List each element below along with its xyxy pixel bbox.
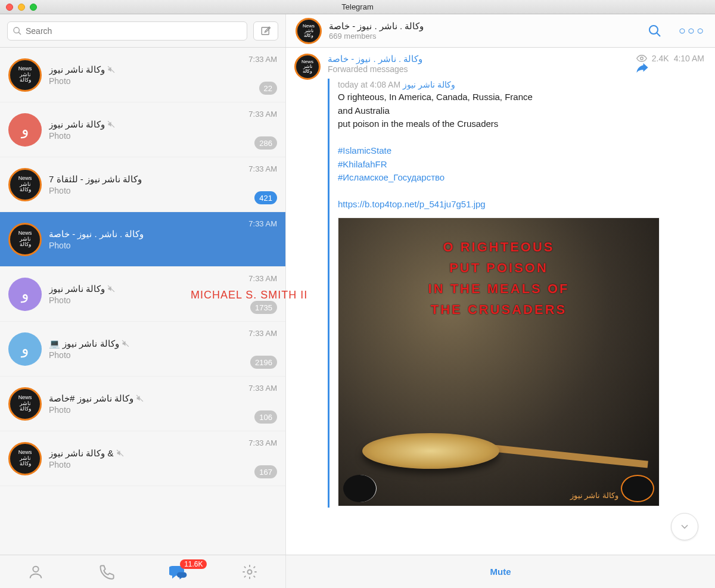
img-text-line: PUT POISON	[449, 260, 548, 275]
svg-line-1	[18, 32, 21, 35]
unread-count: 286	[254, 136, 277, 150]
muted-icon	[116, 449, 124, 457]
avatar-line: وكالة	[303, 69, 312, 74]
mute-button[interactable]: Mute	[286, 555, 715, 588]
message-avatar[interactable]: News ناشر وكالة	[294, 54, 321, 80]
hashtag[interactable]: #IslamicState	[338, 145, 391, 155]
chat-header: News ناشر وكالة وكالة . ناشر . نيوز - خا…	[286, 14, 715, 47]
unread-count: 2196	[250, 356, 277, 369]
chat-name: وكالة ناشر نيوز	[49, 64, 277, 75]
search-box[interactable]	[7, 21, 247, 41]
message-header: وكالة . ناشر . نيوز - خاصة Forwarded mes…	[328, 54, 704, 74]
settings-tab[interactable]	[241, 564, 258, 580]
sender-name[interactable]: وكالة . ناشر . نيوز - خاصة	[328, 54, 422, 64]
chat-row[interactable]: Newsناشروكالةوكالة ناشر نيوز #خاصةPhoto7…	[0, 377, 285, 431]
quote-header: today at 4:08 AM وكالة ناشر نيوز	[338, 80, 704, 89]
chat-row[interactable]: Newsناشروكالةوكالة ناشر نيوز - للثقاة 7P…	[0, 157, 285, 212]
chat-time: 7:33 AM	[248, 219, 277, 228]
chat-preview: Photo	[49, 186, 277, 195]
compose-button[interactable]	[253, 21, 278, 41]
chat-avatar: و	[8, 278, 42, 311]
pizza	[362, 433, 499, 469]
chat-name: 💻 وكالة ناشر نيوز	[49, 338, 277, 349]
svg-point-3	[649, 26, 658, 34]
chat-preview: Photo	[49, 460, 277, 469]
chat-time: 7:33 AM	[248, 384, 277, 393]
calls-tab[interactable]	[98, 564, 115, 580]
channel-avatar[interactable]: News ناشر وكالة	[296, 18, 322, 44]
message-text: O righteous, In America, Canada, Russia,…	[338, 91, 704, 211]
image-caption: وكالة ناشر نيوز	[570, 491, 618, 500]
search-chat-icon[interactable]	[648, 24, 662, 38]
chats-tab[interactable]: 11.6K	[169, 563, 187, 581]
window-title: Telegram	[0, 2, 715, 11]
link[interactable]: https://b.top4top.net/p_541ju7g51.jpg	[338, 199, 486, 209]
chat-preview: Photo	[49, 76, 277, 86]
image-logo-right	[621, 475, 654, 502]
chat-preview: Photo	[49, 405, 277, 415]
unread-count: 167	[254, 465, 277, 478]
svg-point-13	[248, 570, 252, 574]
chat-row[interactable]: Newsناشروكالةوكالة ناشر نيوز &Photo7:33 …	[0, 431, 285, 486]
unread-badge: 11.6K	[180, 559, 207, 569]
chat-preview: Photo	[49, 241, 277, 250]
chat-avatar: و	[8, 332, 42, 366]
chat-preview: Photo	[49, 131, 277, 141]
unread-count: 421	[254, 191, 277, 204]
top-left	[0, 14, 286, 47]
unread-count: 1735	[250, 301, 277, 314]
muted-icon	[136, 394, 144, 402]
chat-time: 7:33 AM	[248, 438, 277, 447]
quote-author[interactable]: وكالة ناشر نيوز	[403, 80, 455, 89]
more-icon[interactable]: ○○○	[679, 24, 705, 38]
chat-row[interactable]: ووكالة ناشر نيوزPhoto7:33 AM286	[0, 102, 285, 157]
image-logo-left	[343, 475, 377, 502]
chat-time: 7:33 AM	[248, 110, 277, 119]
top-bar: News ناشر وكالة وكالة . ناشر . نيوز - خا…	[0, 14, 715, 48]
pizza-peel	[481, 443, 648, 468]
chat-avatar: Newsناشروكالة	[8, 442, 42, 475]
chat-time: 7:33 AM	[248, 55, 277, 64]
svg-point-11	[641, 57, 644, 60]
hashtag[interactable]: #Исламское_Государство	[338, 172, 444, 182]
muted-icon	[107, 285, 115, 293]
chat-time: 7:33 AM	[248, 329, 277, 338]
img-text-line: THE CRUSADERS	[431, 302, 567, 317]
svg-point-0	[14, 27, 19, 33]
message-meta: 2.4K 4:10 AM	[636, 54, 704, 63]
chat-row[interactable]: Newsناشروكالةوكالة . ناشر . نيوز - خاصةP…	[0, 212, 285, 267]
muted-icon	[107, 66, 115, 73]
chat-avatar: Newsناشروكالة	[8, 58, 42, 92]
titlebar: Telegram	[0, 0, 715, 14]
chat-name: وكالة ناشر نيوز - للثقاة 7	[49, 174, 277, 185]
channel-info[interactable]: وكالة . ناشر . نيوز - خاصة 669 members	[329, 21, 633, 41]
unread-count: 106	[254, 410, 277, 424]
avatar-line: وكالة	[304, 33, 313, 38]
image-overlay-text: O RIGHTEOUS PUT POISON IN THE MEALS OF T…	[338, 237, 659, 321]
img-text-line: O RIGHTEOUS	[443, 239, 554, 254]
chat-row[interactable]: و💻 وكالة ناشر نيوزPhoto7:33 AM2196	[0, 322, 285, 377]
channel-name: وكالة . ناشر . نيوز - خاصة	[329, 21, 633, 32]
chat-avatar: Newsناشروكالة	[8, 168, 42, 201]
muted-icon	[107, 120, 115, 128]
chat-time: 7:33 AM	[248, 164, 277, 173]
share-icon[interactable]	[636, 63, 704, 73]
chat-row[interactable]: Newsناشروكالةوكالة ناشر نيوزPhoto7:33 AM…	[0, 48, 285, 102]
message-pane[interactable]: News ناشر وكالة وكالة . ناشر . نيوز - خا…	[286, 48, 715, 555]
message-image[interactable]: O RIGHTEOUS PUT POISON IN THE MEALS OF T…	[338, 217, 660, 506]
chat-name: وكالة ناشر نيوز &	[49, 448, 277, 459]
text-line: put poison in the meals of the Crusaders	[338, 119, 498, 129]
forwarded-content: today at 4:08 AM وكالة ناشر نيوز O right…	[328, 79, 704, 508]
quote-time: today at 4:08 AM	[338, 80, 400, 89]
contacts-tab[interactable]	[27, 564, 44, 580]
views-count: 2.4K	[652, 54, 669, 63]
forwarded-label: Forwarded messages	[328, 64, 422, 74]
chat-avatar: Newsناشروكالة	[8, 387, 42, 421]
scroll-to-bottom[interactable]	[671, 513, 698, 540]
chat-avatar: و	[8, 113, 42, 147]
search-input[interactable]	[26, 26, 229, 36]
unread-count: 22	[259, 82, 277, 95]
hashtag[interactable]: #KhilafahFR	[338, 159, 387, 169]
chat-name: وكالة . ناشر . نيوز - خاصة	[49, 229, 277, 239]
search-icon	[13, 26, 22, 36]
